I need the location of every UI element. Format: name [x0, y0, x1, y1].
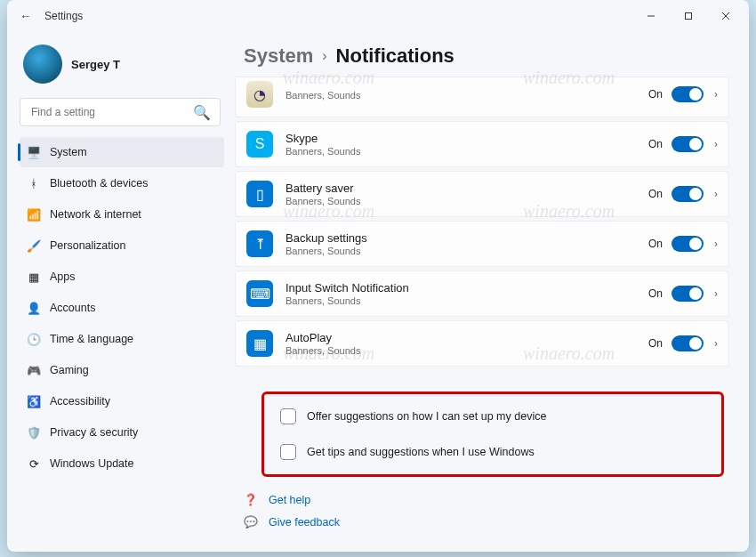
breadcrumb-root[interactable]: System: [244, 44, 313, 68]
app-title: Backup settings: [286, 231, 636, 245]
chevron-right-icon: ›: [712, 188, 718, 200]
chevron-right-icon: ›: [322, 48, 326, 64]
toggle-switch[interactable]: [672, 186, 704, 202]
search-field[interactable]: [29, 105, 181, 119]
checkbox-setup-suggestions[interactable]: Offer suggestions on how I can set up my…: [280, 408, 705, 424]
app-subtitle: Banners, Sounds: [286, 90, 636, 101]
toggle-state-label: On: [648, 138, 663, 150]
back-button[interactable]: ←: [20, 9, 32, 23]
app-subtitle: Banners, Sounds: [286, 345, 636, 356]
app-title: Skype: [286, 132, 636, 145]
toggle-state-label: On: [648, 188, 663, 200]
minimize-button[interactable]: [635, 4, 667, 28]
toggle-switch[interactable]: [672, 236, 704, 252]
sidebar-item-network-internet[interactable]: 📶Network & internet: [20, 199, 224, 230]
sidebar: Sergey T 🔍 🖥️SystemᚼBluetooth & devices📶…: [7, 32, 229, 552]
checkbox-icon[interactable]: [280, 444, 296, 460]
chevron-right-icon: ›: [712, 238, 718, 250]
sidebar-item-privacy-security[interactable]: 🛡️Privacy & security: [20, 417, 224, 448]
nav-icon: 👤: [27, 301, 41, 315]
sidebar-item-label: Gaming: [50, 364, 89, 376]
toggle-switch[interactable]: [672, 286, 704, 302]
profile-name: Sergey T: [71, 58, 120, 71]
nav-icon: ♿: [27, 394, 41, 408]
app-title: Battery saver: [286, 182, 636, 195]
breadcrumb-leaf: Notifications: [336, 44, 454, 68]
sidebar-item-label: Personalization: [50, 239, 125, 252]
app-notification-row[interactable]: ▯Battery saverBanners, SoundsOn›: [235, 171, 729, 217]
sidebar-item-accounts[interactable]: 👤Accounts: [20, 293, 224, 323]
close-button[interactable]: [710, 4, 742, 28]
sidebar-item-label: Privacy & security: [50, 426, 138, 439]
toggle-switch[interactable]: [672, 136, 704, 152]
scroll-area[interactable]: ◔Banners, SoundsOn›SSkypeBanners, Sounds…: [235, 77, 733, 543]
give-feedback-link[interactable]: 💬 Give feedback: [244, 515, 729, 529]
search-icon: 🔍: [193, 104, 211, 121]
sidebar-item-apps[interactable]: ▦Apps: [20, 262, 224, 292]
app-title: Input Switch Notification: [286, 281, 636, 295]
app-notification-row[interactable]: ◔Banners, SoundsOn›: [235, 77, 729, 117]
sidebar-item-gaming[interactable]: 🎮Gaming: [20, 355, 224, 385]
nav-icon: ⟳: [27, 456, 41, 471]
toggle-state-label: On: [648, 88, 663, 101]
sidebar-item-label: Windows Update: [50, 457, 134, 470]
svg-rect-1: [686, 13, 692, 20]
app-icon: ⤒: [246, 230, 273, 257]
sidebar-item-bluetooth-devices[interactable]: ᚼBluetooth & devices: [20, 168, 224, 198]
app-notification-row[interactable]: ▦AutoPlayBanners, SoundsOn›: [235, 320, 729, 367]
sidebar-item-time-language[interactable]: 🕒Time & language: [20, 324, 224, 354]
sidebar-item-label: Accounts: [50, 302, 95, 314]
highlighted-options: Offer suggestions on how I can set up my…: [261, 392, 724, 477]
nav-icon: 🛡️: [27, 425, 41, 440]
sidebar-item-label: Bluetooth & devices: [50, 177, 149, 190]
toggle-state-label: On: [648, 287, 663, 300]
app-notification-row[interactable]: ⤒Backup settingsBanners, SoundsOn›: [235, 221, 729, 267]
nav-icon: 🕒: [27, 332, 41, 346]
main-content: System › Notifications ◔Banners, SoundsO…: [229, 32, 749, 552]
nav-icon: ᚼ: [27, 176, 41, 190]
sidebar-item-label: Accessibility: [50, 395, 110, 408]
sidebar-item-personalization[interactable]: 🖌️Personalization: [20, 230, 224, 261]
app-icon: ▦: [246, 330, 273, 357]
nav-icon: 🎮: [27, 363, 41, 377]
app-title: AutoPlay: [286, 331, 636, 344]
app-notification-row[interactable]: ⌨Input Switch NotificationBanners, Sound…: [235, 270, 729, 317]
app-icon: ◔: [246, 81, 273, 108]
sidebar-item-label: System: [50, 146, 87, 158]
feedback-icon: 💬: [244, 515, 258, 529]
sidebar-item-windows-update[interactable]: ⟳Windows Update: [20, 448, 224, 479]
sidebar-item-label: Time & language: [50, 333, 133, 345]
profile[interactable]: Sergey T: [20, 39, 224, 93]
chevron-right-icon: ›: [712, 287, 718, 300]
nav-icon: 🖌️: [27, 238, 41, 253]
toggle-switch[interactable]: [672, 86, 704, 102]
sidebar-item-label: Apps: [50, 270, 76, 283]
app-subtitle: Banners, Sounds: [286, 196, 636, 206]
chevron-right-icon: ›: [712, 138, 718, 150]
search-input[interactable]: 🔍: [20, 98, 221, 126]
sidebar-item-label: Network & internet: [50, 208, 141, 221]
checkbox-tips-suggestions[interactable]: Get tips and suggestions when I use Wind…: [280, 444, 705, 460]
app-notification-row[interactable]: SSkypeBanners, SoundsOn›: [235, 121, 729, 167]
chevron-right-icon: ›: [712, 337, 718, 350]
breadcrumb: System › Notifications: [244, 44, 733, 68]
sidebar-item-accessibility[interactable]: ♿Accessibility: [20, 386, 224, 416]
help-icon: ❓: [244, 493, 258, 506]
nav-icon: ▦: [27, 270, 41, 284]
avatar: [23, 44, 62, 84]
app-subtitle: Banners, Sounds: [286, 246, 636, 256]
checkbox-icon[interactable]: [280, 408, 296, 424]
app-subtitle: Banners, Sounds: [286, 295, 636, 306]
maximize-button[interactable]: [672, 4, 704, 28]
link-label: Give feedback: [269, 516, 340, 529]
app-icon: ▯: [246, 181, 273, 207]
checkbox-label: Get tips and suggestions when I use Wind…: [307, 446, 535, 458]
toggle-switch[interactable]: [672, 335, 704, 351]
app-icon: S: [246, 131, 273, 157]
get-help-link[interactable]: ❓ Get help: [244, 493, 729, 506]
toggle-state-label: On: [648, 337, 663, 350]
link-label: Get help: [269, 494, 310, 506]
nav-icon: 🖥️: [27, 145, 41, 159]
sidebar-item-system[interactable]: 🖥️System: [20, 137, 224, 167]
app-subtitle: Banners, Sounds: [286, 146, 636, 157]
